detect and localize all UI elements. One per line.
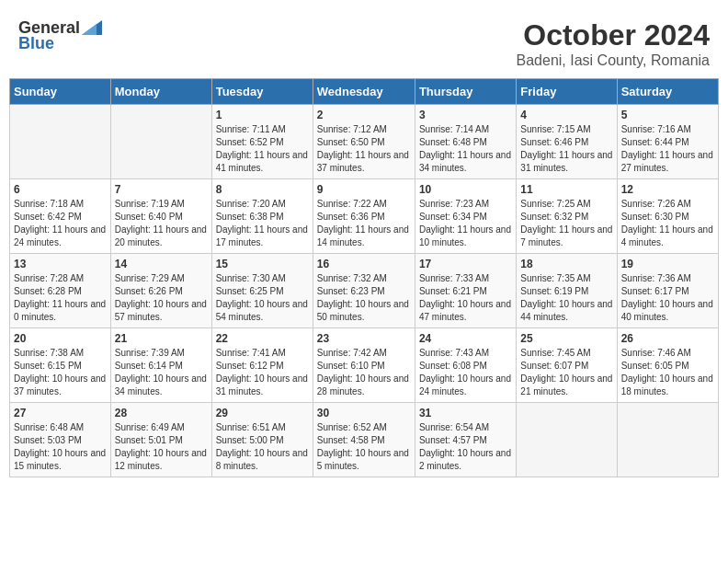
day-number: 16 bbox=[317, 258, 411, 270]
day-info: Sunrise: 7:16 AM Sunset: 6:44 PM Dayligh… bbox=[621, 123, 714, 175]
day-info: Sunrise: 7:26 AM Sunset: 6:30 PM Dayligh… bbox=[621, 198, 714, 249]
calendar-cell: 23Sunrise: 7:42 AM Sunset: 6:10 PM Dayli… bbox=[313, 328, 415, 403]
calendar-cell: 13Sunrise: 7:28 AM Sunset: 6:28 PM Dayli… bbox=[10, 254, 111, 328]
calendar-cell: 24Sunrise: 7:43 AM Sunset: 6:08 PM Dayli… bbox=[415, 328, 516, 403]
day-number: 12 bbox=[621, 183, 714, 196]
day-info: Sunrise: 7:33 AM Sunset: 6:21 PM Dayligh… bbox=[419, 272, 512, 324]
day-info: Sunrise: 7:20 AM Sunset: 6:38 PM Dayligh… bbox=[216, 198, 309, 249]
calendar-cell: 16Sunrise: 7:32 AM Sunset: 6:23 PM Dayli… bbox=[313, 254, 415, 328]
month-year-title: October 2024 bbox=[517, 18, 710, 52]
day-number: 20 bbox=[14, 332, 107, 345]
day-number: 4 bbox=[520, 109, 612, 121]
day-info: Sunrise: 6:52 AM Sunset: 4:58 PM Dayligh… bbox=[317, 421, 411, 473]
calendar-cell: 22Sunrise: 7:41 AM Sunset: 6:12 PM Dayli… bbox=[211, 328, 313, 403]
day-info: Sunrise: 7:25 AM Sunset: 6:32 PM Dayligh… bbox=[520, 198, 612, 249]
calendar-cell: 31Sunrise: 6:54 AM Sunset: 4:57 PM Dayli… bbox=[415, 403, 516, 477]
day-info: Sunrise: 7:42 AM Sunset: 6:10 PM Dayligh… bbox=[317, 347, 411, 398]
day-number: 19 bbox=[621, 258, 714, 270]
day-header-thursday: Thursday bbox=[415, 79, 516, 105]
day-number: 25 bbox=[520, 332, 612, 345]
calendar-cell: 1Sunrise: 7:11 AM Sunset: 6:52 PM Daylig… bbox=[211, 105, 313, 179]
day-info: Sunrise: 7:12 AM Sunset: 6:50 PM Dayligh… bbox=[317, 123, 411, 175]
day-number: 17 bbox=[419, 258, 512, 270]
calendar-cell: 30Sunrise: 6:52 AM Sunset: 4:58 PM Dayli… bbox=[313, 403, 415, 477]
day-info: Sunrise: 7:23 AM Sunset: 6:34 PM Dayligh… bbox=[419, 198, 512, 249]
day-number: 3 bbox=[419, 109, 512, 121]
day-info: Sunrise: 7:45 AM Sunset: 6:07 PM Dayligh… bbox=[520, 347, 612, 398]
calendar-week-row: 6Sunrise: 7:18 AM Sunset: 6:42 PM Daylig… bbox=[10, 179, 719, 254]
day-header-wednesday: Wednesday bbox=[313, 79, 415, 105]
calendar-cell bbox=[517, 403, 617, 477]
day-info: Sunrise: 7:19 AM Sunset: 6:40 PM Dayligh… bbox=[115, 198, 208, 249]
day-number: 26 bbox=[621, 332, 714, 345]
calendar-cell: 10Sunrise: 7:23 AM Sunset: 6:34 PM Dayli… bbox=[415, 179, 516, 254]
day-header-tuesday: Tuesday bbox=[211, 79, 313, 105]
day-info: Sunrise: 6:48 AM Sunset: 5:03 PM Dayligh… bbox=[14, 421, 107, 473]
calendar-cell: 2Sunrise: 7:12 AM Sunset: 6:50 PM Daylig… bbox=[313, 105, 415, 179]
calendar-week-row: 20Sunrise: 7:38 AM Sunset: 6:15 PM Dayli… bbox=[10, 328, 719, 403]
calendar-cell: 21Sunrise: 7:39 AM Sunset: 6:14 PM Dayli… bbox=[110, 328, 211, 403]
day-header-sunday: Sunday bbox=[10, 79, 111, 105]
day-info: Sunrise: 7:30 AM Sunset: 6:25 PM Dayligh… bbox=[216, 272, 309, 324]
day-number: 7 bbox=[115, 183, 208, 196]
day-info: Sunrise: 7:22 AM Sunset: 6:36 PM Dayligh… bbox=[317, 198, 411, 249]
day-number: 9 bbox=[317, 183, 411, 196]
calendar-cell: 29Sunrise: 6:51 AM Sunset: 5:00 PM Dayli… bbox=[211, 403, 313, 477]
day-info: Sunrise: 7:11 AM Sunset: 6:52 PM Dayligh… bbox=[216, 123, 309, 175]
day-info: Sunrise: 7:28 AM Sunset: 6:28 PM Dayligh… bbox=[14, 272, 107, 324]
day-number: 23 bbox=[317, 332, 411, 345]
logo-icon bbox=[82, 20, 102, 35]
calendar-week-row: 27Sunrise: 6:48 AM Sunset: 5:03 PM Dayli… bbox=[10, 403, 719, 477]
day-number: 18 bbox=[520, 258, 612, 270]
day-info: Sunrise: 7:36 AM Sunset: 6:17 PM Dayligh… bbox=[621, 272, 714, 324]
day-number: 13 bbox=[14, 258, 107, 270]
calendar-cell: 15Sunrise: 7:30 AM Sunset: 6:25 PM Dayli… bbox=[211, 254, 313, 328]
calendar-week-row: 13Sunrise: 7:28 AM Sunset: 6:28 PM Dayli… bbox=[10, 254, 719, 328]
day-info: Sunrise: 7:14 AM Sunset: 6:48 PM Dayligh… bbox=[419, 123, 512, 175]
day-info: Sunrise: 7:46 AM Sunset: 6:05 PM Dayligh… bbox=[621, 347, 714, 398]
calendar-cell: 4Sunrise: 7:15 AM Sunset: 6:46 PM Daylig… bbox=[517, 105, 617, 179]
day-info: Sunrise: 7:39 AM Sunset: 6:14 PM Dayligh… bbox=[115, 347, 208, 398]
calendar-cell: 25Sunrise: 7:45 AM Sunset: 6:07 PM Dayli… bbox=[517, 328, 617, 403]
calendar-cell: 6Sunrise: 7:18 AM Sunset: 6:42 PM Daylig… bbox=[10, 179, 111, 254]
day-info: Sunrise: 6:49 AM Sunset: 5:01 PM Dayligh… bbox=[115, 421, 208, 473]
day-info: Sunrise: 7:41 AM Sunset: 6:12 PM Dayligh… bbox=[216, 347, 309, 398]
calendar-cell: 27Sunrise: 6:48 AM Sunset: 5:03 PM Dayli… bbox=[10, 403, 111, 477]
calendar-cell bbox=[617, 403, 718, 477]
svg-marker-1 bbox=[82, 24, 97, 35]
day-number: 29 bbox=[216, 407, 309, 419]
day-number: 21 bbox=[115, 332, 208, 345]
title-section: October 2024 Badeni, Iasi County, Romani… bbox=[517, 18, 710, 69]
calendar-cell: 7Sunrise: 7:19 AM Sunset: 6:40 PM Daylig… bbox=[110, 179, 211, 254]
day-info: Sunrise: 6:51 AM Sunset: 5:00 PM Dayligh… bbox=[216, 421, 309, 473]
day-number: 24 bbox=[419, 332, 512, 345]
day-header-saturday: Saturday bbox=[617, 79, 718, 105]
calendar-cell: 11Sunrise: 7:25 AM Sunset: 6:32 PM Dayli… bbox=[517, 179, 617, 254]
calendar-table: SundayMondayTuesdayWednesdayThursdayFrid… bbox=[9, 78, 719, 477]
day-number: 28 bbox=[115, 407, 208, 419]
calendar-cell: 19Sunrise: 7:36 AM Sunset: 6:17 PM Dayli… bbox=[617, 254, 718, 328]
calendar-cell: 3Sunrise: 7:14 AM Sunset: 6:48 PM Daylig… bbox=[415, 105, 516, 179]
logo-blue-text: Blue bbox=[18, 34, 54, 53]
day-number: 14 bbox=[115, 258, 208, 270]
day-info: Sunrise: 7:15 AM Sunset: 6:46 PM Dayligh… bbox=[520, 123, 612, 175]
page-header: General Blue October 2024 Badeni, Iasi C… bbox=[9, 9, 719, 74]
day-info: Sunrise: 7:32 AM Sunset: 6:23 PM Dayligh… bbox=[317, 272, 411, 324]
day-info: Sunrise: 7:18 AM Sunset: 6:42 PM Dayligh… bbox=[14, 198, 107, 249]
day-number: 10 bbox=[419, 183, 512, 196]
day-number: 6 bbox=[14, 183, 107, 196]
calendar-cell: 28Sunrise: 6:49 AM Sunset: 5:01 PM Dayli… bbox=[110, 403, 211, 477]
day-number: 22 bbox=[216, 332, 309, 345]
day-info: Sunrise: 7:43 AM Sunset: 6:08 PM Dayligh… bbox=[419, 347, 512, 398]
day-info: Sunrise: 6:54 AM Sunset: 4:57 PM Dayligh… bbox=[419, 421, 512, 473]
calendar-cell bbox=[110, 105, 211, 179]
day-info: Sunrise: 7:29 AM Sunset: 6:26 PM Dayligh… bbox=[115, 272, 208, 324]
calendar-cell: 8Sunrise: 7:20 AM Sunset: 6:38 PM Daylig… bbox=[211, 179, 313, 254]
calendar-cell: 18Sunrise: 7:35 AM Sunset: 6:19 PM Dayli… bbox=[517, 254, 617, 328]
location-subtitle: Badeni, Iasi County, Romania bbox=[517, 52, 710, 69]
calendar-cell: 14Sunrise: 7:29 AM Sunset: 6:26 PM Dayli… bbox=[110, 254, 211, 328]
day-number: 15 bbox=[216, 258, 309, 270]
logo: General Blue bbox=[18, 18, 102, 53]
day-info: Sunrise: 7:38 AM Sunset: 6:15 PM Dayligh… bbox=[14, 347, 107, 398]
calendar-header-row: SundayMondayTuesdayWednesdayThursdayFrid… bbox=[10, 79, 719, 105]
